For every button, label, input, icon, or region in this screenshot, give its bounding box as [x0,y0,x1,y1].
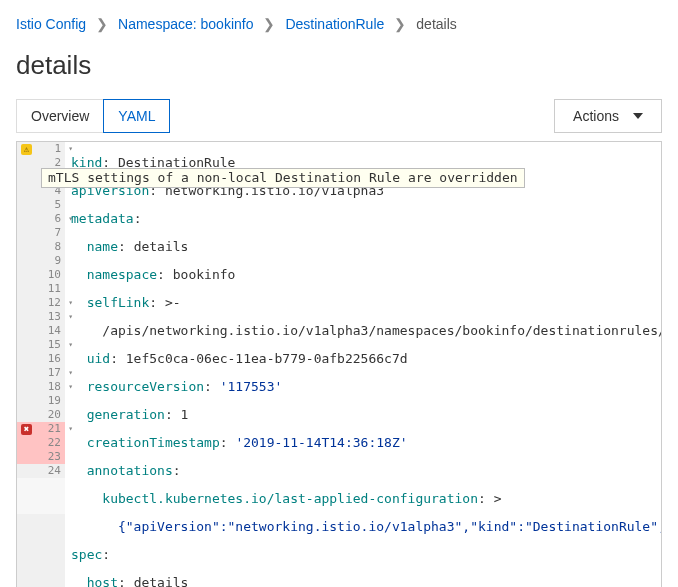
tab-yaml[interactable]: YAML [103,99,170,133]
warning-icon: ⚠ [21,144,32,155]
code-area[interactable]: kind: DestinationRule apiVersion: networ… [65,142,661,587]
breadcrumb-current: details [416,16,456,32]
caret-down-icon [633,113,643,119]
actions-dropdown[interactable]: Actions [554,99,662,133]
breadcrumb-namespace[interactable]: Namespace: bookinfo [118,16,253,32]
chevron-right-icon: ❯ [263,16,275,32]
breadcrumb-destinationrule[interactable]: DestinationRule [285,16,384,32]
tabs: Overview YAML [16,99,169,133]
actions-label: Actions [573,108,619,124]
breadcrumb-istio-config[interactable]: Istio Config [16,16,86,32]
error-icon: ✖ [21,424,32,435]
breadcrumb: Istio Config ❯ Namespace: bookinfo ❯ Des… [16,16,662,32]
page-title: details [16,50,662,81]
yaml-editor[interactable]: mTLS settings of a non-local Destination… [16,141,662,587]
gutter: ⚠1▾ 2 3▾ 4 5 6▾ 7 8 9 10 11 12▾ 13▾ 14 1… [17,142,65,587]
tab-overview[interactable]: Overview [16,99,104,133]
chevron-right-icon: ❯ [394,16,406,32]
chevron-right-icon: ❯ [96,16,108,32]
warning-tooltip: mTLS settings of a non-local Destination… [41,168,525,188]
